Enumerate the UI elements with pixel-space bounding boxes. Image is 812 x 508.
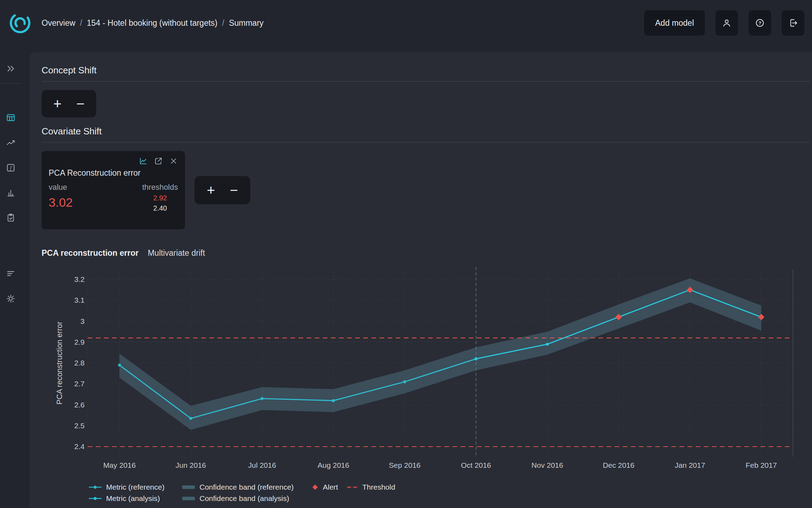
- sidebar-item-functions[interactable]: f: [2, 159, 19, 176]
- user-button[interactable]: [715, 10, 738, 36]
- show-plot-button[interactable]: [139, 157, 148, 165]
- svg-text:2.5: 2.5: [74, 422, 85, 430]
- legend-metric-analysis[interactable]: Metric (analysis): [89, 494, 182, 503]
- add-plot-button[interactable]: +: [53, 97, 62, 111]
- svg-text:f: f: [10, 165, 12, 170]
- threshold-dash-swatch: [347, 486, 358, 489]
- value-label: value: [49, 183, 73, 192]
- threshold-upper-value: 2.92: [153, 193, 167, 203]
- add-model-button[interactable]: Add model: [644, 10, 705, 36]
- settings-icon: [6, 294, 16, 303]
- breadcrumb-separator: /: [222, 18, 224, 28]
- covariate-shift-row: PCA Reconstruction error value 3.02 thre…: [42, 151, 810, 229]
- chart-subtitle: Multivariate drift: [148, 248, 205, 258]
- top-navbar: Overview / 154 - Hotel booking (without …: [0, 0, 812, 46]
- svg-text:May 2016: May 2016: [103, 461, 136, 469]
- chart-title: PCA reconstruction error: [42, 248, 139, 258]
- sidebar-item-performance[interactable]: [2, 134, 19, 151]
- covariate-shift-controls: + −: [195, 176, 250, 204]
- logout-button[interactable]: [782, 10, 804, 36]
- metric-value-column: value 3.02: [49, 183, 73, 213]
- svg-text:PCA reconstruction error: PCA reconstruction error: [55, 321, 64, 404]
- svg-text:Sep 2016: Sep 2016: [389, 461, 420, 469]
- list-icon: [6, 269, 16, 278]
- svg-text:Jul 2016: Jul 2016: [248, 461, 276, 469]
- svg-text:Jun 2016: Jun 2016: [176, 461, 206, 469]
- threshold-lower-value: 2.40: [153, 203, 167, 213]
- sidebar-divider: [0, 83, 21, 84]
- chart-legend: Metric (reference) Confidence band (refe…: [89, 483, 810, 503]
- sidebar-item-summary[interactable]: [2, 109, 19, 126]
- main-panel: Concept Shift + − Covariate Shift: [30, 52, 812, 508]
- svg-text:2.6: 2.6: [74, 401, 85, 409]
- legend-label: Confidence band (reference): [199, 483, 294, 491]
- metric-line-swatch: [89, 496, 102, 501]
- metric-line-swatch: [89, 485, 102, 490]
- legend-band-reference[interactable]: Confidence band (reference): [182, 483, 312, 491]
- open-external-icon: [154, 157, 163, 165]
- alert-diamond-swatch: [312, 484, 318, 490]
- svg-text:Dec 2016: Dec 2016: [603, 461, 634, 469]
- svg-text:2.7: 2.7: [74, 380, 85, 388]
- legend-label: Alert: [323, 483, 338, 491]
- band-swatch: [182, 496, 195, 501]
- chart-preview-icon: [139, 157, 148, 165]
- sidebar-item-logs[interactable]: [2, 265, 19, 282]
- svg-text:2.9: 2.9: [74, 338, 85, 346]
- metric-card-body: value 3.02 thresholds 2.92 2.40: [49, 183, 178, 213]
- app-logo[interactable]: [8, 11, 32, 35]
- nannyml-logo-icon: [8, 11, 32, 35]
- sidebar-expand-button[interactable]: [2, 60, 19, 77]
- breadcrumb-model[interactable]: 154 - Hotel booking (without targets): [87, 18, 217, 28]
- navbar-actions: Add model ?: [644, 10, 804, 36]
- legend-row: Metric (analysis) Confidence band (analy…: [89, 494, 810, 503]
- svg-text:Feb 2017: Feb 2017: [746, 461, 777, 469]
- legend-alert[interactable]: Alert: [312, 483, 347, 491]
- metric-card-title: PCA Reconstruction error: [49, 168, 178, 178]
- help-button[interactable]: ?: [749, 10, 771, 36]
- legend-label: Metric (analysis): [106, 494, 160, 503]
- pca-reconstruction-chart[interactable]: 2.42.52.62.72.82.933.13.2May 2016Jun 201…: [42, 266, 806, 482]
- help-icon: ?: [755, 18, 765, 28]
- svg-text:2.8: 2.8: [74, 359, 85, 367]
- close-icon: [169, 157, 178, 165]
- breadcrumb-summary[interactable]: Summary: [229, 18, 263, 28]
- sidebar-item-settings[interactable]: [2, 290, 19, 307]
- sidebar-nav-group: f: [2, 109, 19, 226]
- close-card-button[interactable]: [169, 157, 178, 165]
- table-icon: [6, 113, 16, 122]
- logout-icon: [788, 18, 798, 28]
- svg-text:3.1: 3.1: [74, 296, 85, 304]
- pca-metric-card: PCA Reconstruction error value 3.02 thre…: [42, 151, 185, 229]
- svg-text:2.4: 2.4: [74, 442, 85, 450]
- chevrons-right-icon: [6, 64, 16, 73]
- legend-metric-reference[interactable]: Metric (reference): [89, 483, 182, 491]
- concept-shift-controls: + −: [42, 90, 96, 117]
- add-plot-button[interactable]: +: [206, 183, 216, 197]
- section-divider: [42, 81, 810, 81]
- card-actions: [49, 157, 178, 165]
- breadcrumb-overview[interactable]: Overview: [42, 18, 75, 28]
- sidebar-item-reports[interactable]: [2, 209, 19, 226]
- bar-chart-icon: [6, 188, 16, 198]
- open-external-button[interactable]: [154, 157, 163, 165]
- section-divider: [42, 142, 810, 143]
- legend-label: Metric (reference): [106, 483, 165, 491]
- sidebar-footer-group: [2, 265, 19, 307]
- svg-text:3: 3: [80, 317, 85, 325]
- svg-text:Jan 2017: Jan 2017: [675, 461, 705, 469]
- legend-threshold[interactable]: Threshold: [347, 483, 395, 491]
- chart-heading: PCA reconstruction error Multivariate dr…: [42, 248, 810, 258]
- svg-text:?: ?: [758, 20, 761, 26]
- sidebar: f: [0, 46, 21, 508]
- remove-plot-button[interactable]: −: [76, 97, 85, 111]
- breadcrumb-separator: /: [80, 18, 82, 28]
- breadcrumb: Overview / 154 - Hotel booking (without …: [42, 18, 264, 28]
- metric-value: 3.02: [49, 195, 73, 210]
- sidebar-item-distributions[interactable]: [2, 184, 19, 201]
- function-icon: f: [6, 163, 16, 173]
- report-icon: [6, 213, 16, 223]
- legend-band-analysis[interactable]: Confidence band (analysis): [182, 494, 312, 503]
- remove-plot-button[interactable]: −: [229, 183, 239, 197]
- legend-row: Metric (reference) Confidence band (refe…: [89, 483, 810, 491]
